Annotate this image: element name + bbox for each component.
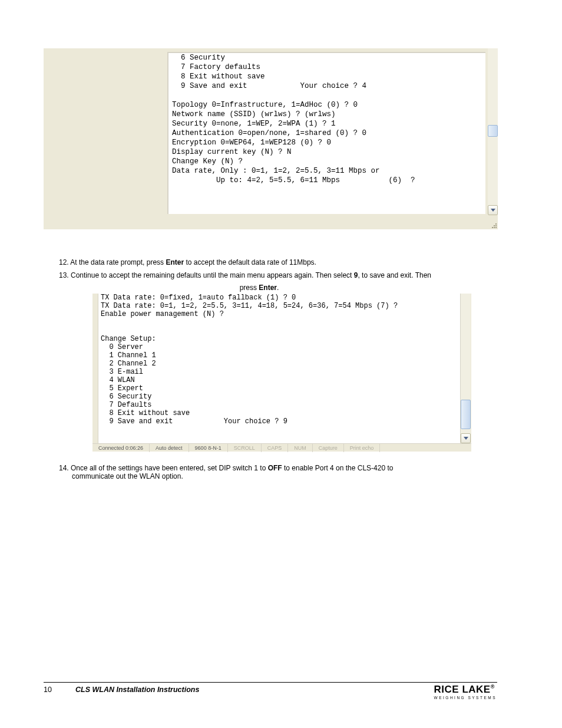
status-caps: CAPS (262, 444, 289, 452)
text: 13. Continue to accept the remaining def… (59, 271, 354, 279)
instruction-step-12: 12. At the data rate prompt, press Enter… (59, 258, 459, 266)
status-bar: Connected 0:06:26 Auto detect 9600 8-N-1… (92, 443, 471, 452)
instruction-step-14: 14. Once all of the settings have been e… (59, 464, 459, 480)
scroll-down-icon[interactable] (461, 433, 471, 443)
resize-grip-icon[interactable] (490, 221, 497, 228)
status-scroll: SCROLL (228, 444, 262, 452)
status-capture: Capture (313, 444, 344, 452)
scrollbar-vertical[interactable] (488, 48, 498, 215)
text: communicate out the WLAN option. (72, 472, 183, 480)
terminal-screenshot-1: 6 Security 7 Factory defaults 8 Exit wit… (44, 48, 498, 229)
scroll-thumb[interactable] (461, 400, 471, 429)
footer-rule (44, 682, 497, 683)
ricelake-logo: RICE LAKE® WEIGHING SYSTEMS (434, 684, 497, 700)
key-enter: Enter (259, 284, 277, 292)
terminal1-pre: 6 Security 7 Factory defaults 8 Exit wit… (172, 54, 415, 185)
logo-subtitle: WEIGHING SYSTEMS (434, 696, 497, 700)
page-footer-title: CLS WLAN Installation Instructions (75, 686, 199, 694)
text: to accept the default data rate of 11Mbp… (184, 258, 316, 266)
instruction-step-13a: 13. Continue to accept the remaining def… (59, 271, 459, 279)
status-num: NUM (288, 444, 313, 452)
scroll-thumb[interactable] (488, 125, 498, 137)
terminal2-content: TX Data rate: 0=fixed, 1=auto fallback (… (98, 294, 461, 443)
instruction-step-13b: press Enter. (59, 284, 459, 292)
text: 12. At the data rate prompt, press (59, 258, 166, 266)
key-enter: Enter (166, 258, 184, 266)
terminal-screenshot-2: TX Data rate: 0=fixed, 1=auto fallback (… (92, 294, 471, 452)
registered-icon: ® (491, 684, 495, 690)
status-port: 9600 8-N-1 (189, 444, 228, 452)
status-connected: Connected 0:06:26 (92, 444, 150, 452)
scroll-down-icon[interactable] (488, 205, 498, 215)
text: to enable Port 4 on the CLS-420 to (282, 464, 394, 472)
status-autodetect: Auto detect (150, 444, 189, 452)
terminal1-content: 6 Security 7 Factory defaults 8 Exit wit… (167, 52, 485, 214)
switch-off: OFF (268, 464, 282, 472)
terminal2-pre: TX Data rate: 0=fixed, 1=auto fallback (… (101, 294, 398, 426)
text: 14. Once all of the settings have been e… (59, 464, 268, 472)
logo-text: RICE LAKE (434, 684, 491, 695)
page-number: 10 (44, 686, 52, 694)
status-printecho: Print echo (344, 444, 381, 452)
scrollbar-vertical[interactable] (461, 294, 471, 443)
text: press (240, 284, 259, 292)
text: , to save and exit. Then (358, 271, 431, 279)
text: . (277, 284, 279, 292)
